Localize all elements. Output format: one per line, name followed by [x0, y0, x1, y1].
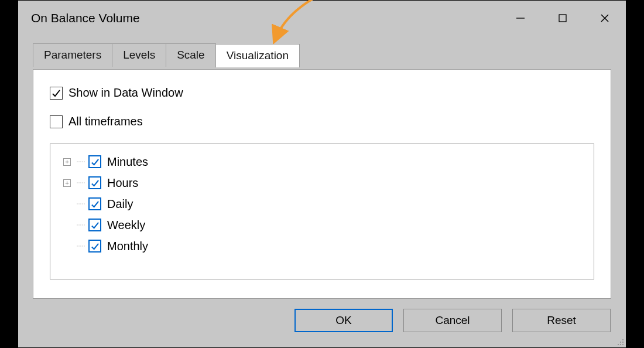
- tab-parameters[interactable]: Parameters: [33, 43, 112, 67]
- tree-spacer: [63, 200, 71, 208]
- ok-button[interactable]: OK: [294, 309, 393, 332]
- titlebar: On Balance Volume: [18, 1, 626, 36]
- close-button[interactable]: [584, 1, 626, 36]
- resize-grip-icon[interactable]: [615, 336, 624, 346]
- check-icon: [91, 158, 100, 166]
- window-title: On Balance Volume: [31, 11, 140, 25]
- tree-spacer: [63, 243, 71, 250]
- tree-item-weekly: Weekly: [63, 214, 587, 236]
- expand-minutes-button[interactable]: +: [63, 158, 71, 166]
- tree-connector-icon: [77, 161, 85, 162]
- all-timeframes-checkbox[interactable]: [50, 115, 63, 128]
- tree-connector-icon: [77, 203, 85, 204]
- hours-label: Hours: [107, 177, 138, 189]
- svg-point-6: [622, 342, 624, 343]
- tree-spacer: [63, 221, 71, 229]
- check-icon: [91, 221, 100, 230]
- close-icon: [600, 13, 609, 23]
- tab-scale[interactable]: Scale: [166, 43, 216, 67]
- check-icon: [52, 88, 61, 98]
- maximize-button[interactable]: [542, 1, 584, 36]
- weekly-label: Weekly: [107, 219, 145, 231]
- show-in-data-window-checkbox[interactable]: [50, 87, 63, 100]
- hours-checkbox[interactable]: [88, 176, 101, 189]
- tree-item-monthly: Monthly: [63, 236, 587, 257]
- cancel-button[interactable]: Cancel: [403, 309, 502, 332]
- check-icon: [91, 179, 100, 187]
- show-in-data-window-label: Show in Data Window: [68, 86, 183, 100]
- dialog-window: On Balance Volume Parameters Levels Scal…: [18, 0, 626, 348]
- maximize-icon: [558, 13, 567, 23]
- minimize-button[interactable]: [499, 1, 542, 36]
- window-controls: [499, 1, 626, 36]
- monthly-label: Monthly: [107, 240, 148, 252]
- svg-point-9: [622, 344, 624, 345]
- svg-point-7: [618, 344, 619, 345]
- tab-levels[interactable]: Levels: [112, 43, 166, 67]
- minimize-icon: [516, 13, 525, 23]
- reset-button[interactable]: Reset: [512, 309, 611, 332]
- svg-point-8: [620, 344, 621, 345]
- svg-point-4: [622, 339, 624, 340]
- tree-item-minutes: + Minutes: [63, 151, 587, 172]
- dialog-buttons: OK Cancel Reset: [294, 309, 611, 332]
- all-timeframes-label: All timeframes: [68, 115, 143, 128]
- daily-label: Daily: [107, 198, 133, 210]
- visualization-panel: Show in Data Window All timeframes + Min…: [33, 69, 611, 299]
- monthly-checkbox[interactable]: [88, 240, 101, 253]
- minutes-label: Minutes: [107, 156, 148, 168]
- tab-bar: Parameters Levels Scale Visualization: [18, 43, 626, 67]
- tree-connector-icon: [77, 224, 85, 226]
- tree-item-hours: + Hours: [63, 172, 587, 193]
- tree-item-daily: Daily: [63, 193, 587, 214]
- check-icon: [91, 242, 100, 251]
- svg-rect-1: [559, 15, 566, 22]
- tree-connector-icon: [77, 245, 85, 247]
- minutes-checkbox[interactable]: [88, 155, 101, 168]
- daily-checkbox[interactable]: [88, 197, 101, 210]
- tab-visualization[interactable]: Visualization: [215, 44, 300, 67]
- timeframes-tree: + Minutes + Hours: [50, 144, 594, 279]
- check-icon: [91, 200, 100, 209]
- weekly-checkbox[interactable]: [88, 219, 101, 231]
- tree-connector-icon: [77, 182, 85, 183]
- expand-hours-button[interactable]: +: [63, 179, 71, 187]
- show-in-data-window-row: Show in Data Window: [50, 86, 594, 100]
- svg-point-5: [620, 342, 621, 343]
- all-timeframes-row: All timeframes: [50, 115, 594, 128]
